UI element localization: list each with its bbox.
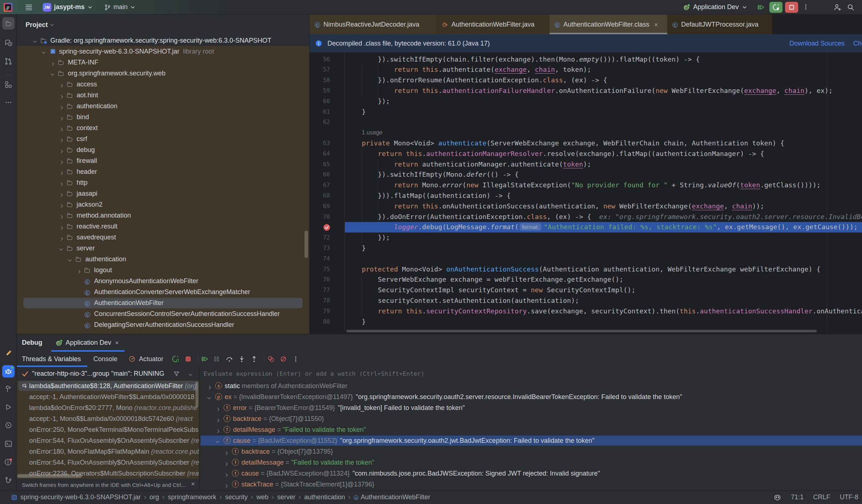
rerun-debug-button[interactable] (769, 2, 783, 13)
tree-chevron[interactable] (59, 92, 64, 100)
tree-item[interactable]: AuthenticationConverterServerWebExchange… (17, 286, 309, 297)
tool-build[interactable] (2, 383, 15, 395)
chevron-right-icon[interactable] (59, 215, 63, 219)
variable-chevron-icon[interactable] (216, 416, 220, 423)
step-into-icon[interactable] (238, 355, 246, 363)
close-session-icon[interactable]: × (115, 339, 119, 346)
tree-item[interactable]: org.springframework.security.web (17, 68, 309, 79)
chevron-down-icon[interactable] (50, 23, 54, 26)
tree-chevron[interactable] (59, 158, 64, 165)
tree-chevron[interactable] (59, 169, 64, 176)
copilot-status-button[interactable] (773, 493, 781, 501)
variable-chevron-icon[interactable] (216, 405, 220, 413)
tree-item[interactable]: context (17, 122, 309, 133)
chevron-right-icon[interactable] (59, 204, 63, 208)
pencil-tool-icon[interactable] (4, 349, 13, 358)
copilot-icon[interactable] (773, 493, 781, 501)
problems-icon[interactable] (4, 457, 13, 467)
tree-item[interactable]: header (17, 166, 309, 177)
project-panel-header[interactable]: Project (17, 15, 309, 35)
tree-item[interactable]: AuthenticationWebFilter (17, 297, 309, 308)
breadcrumb-item[interactable]: org (150, 493, 159, 501)
chevron-down-icon[interactable] (42, 50, 46, 54)
rerun-debug-icon[interactable] (171, 355, 179, 363)
resume-icon[interactable] (757, 4, 764, 11)
services-icon[interactable] (4, 421, 13, 430)
chevron-right-icon[interactable] (59, 150, 63, 153)
tab-console[interactable]: Console (93, 352, 117, 366)
variable-row[interactable]: fdetailMessage = "Failed to validate the… (199, 457, 862, 468)
chevron-down-icon[interactable] (51, 72, 54, 76)
step-over-button[interactable] (225, 355, 233, 363)
more-actions-button[interactable] (801, 2, 812, 13)
view-breakpoints-icon[interactable] (267, 355, 275, 363)
terminal-icon[interactable] (4, 439, 13, 448)
tool-git[interactable] (2, 474, 15, 487)
tree-chevron[interactable] (68, 256, 72, 264)
tree-item[interactable]: method.annotation (17, 210, 309, 221)
filter-frames-icon[interactable] (173, 370, 180, 378)
project-scrollbar[interactable] (304, 231, 308, 258)
tree-chevron[interactable] (77, 267, 81, 275)
tree-chevron[interactable] (33, 38, 37, 45)
tree-chevron[interactable] (59, 114, 64, 122)
chevron-right-icon[interactable] (224, 473, 228, 477)
tree-item[interactable]: authentication (17, 254, 309, 265)
stack-frame[interactable]: accept:-1, Mono$$Lambda/0x0000018dc5742e… (17, 413, 199, 424)
resume-toolbar-button[interactable] (200, 355, 208, 363)
variable-row[interactable]: fstackTrace = {StackTraceElement[1]@1379… (199, 479, 862, 490)
dismiss-hint-icon[interactable]: × (191, 480, 195, 488)
kebab-menu-icon[interactable] (292, 355, 299, 363)
tool-run[interactable] (2, 401, 15, 414)
step-into-button[interactable] (238, 355, 246, 363)
tree-chevron[interactable] (59, 136, 64, 144)
chevron-down-icon[interactable] (59, 247, 63, 251)
tree-chevron[interactable] (59, 180, 64, 187)
variable-row[interactable]: fcause = {BadJwtException@11552}"org.spr… (199, 435, 862, 446)
tool-copilot-chat[interactable]: ? (2, 36, 15, 49)
tree-chevron[interactable] (59, 81, 64, 89)
tree-item[interactable]: debug (17, 144, 309, 155)
pause-toolbar-button[interactable] (213, 355, 221, 363)
tree-item[interactable]: access (17, 79, 309, 90)
tree-chevron[interactable] (50, 70, 55, 78)
vcs-widget[interactable]: main (104, 3, 136, 11)
search-everywhere-button[interactable] (845, 2, 856, 13)
chevron-right-icon[interactable] (216, 419, 220, 422)
tree-item[interactable]: Gradle: org.springframework.security:spr… (17, 35, 309, 46)
stack-frame[interactable]: lambda$authenticate$8:128, Authenticatio… (17, 380, 199, 391)
stack-frame[interactable]: onError:180, MonoFlatMap$FlatMapMain (re… (17, 446, 199, 457)
code-viewport[interactable]: 56 }).switchIfEmpty(chain.filter(exchang… (310, 52, 862, 334)
debug-session-tab[interactable]: Application Dev× (51, 334, 123, 351)
chevron-right-icon[interactable] (59, 161, 63, 164)
stack-frame[interactable]: onError:544, FluxOnAssembly$OnAssemblySu… (17, 435, 199, 446)
breadcrumb-item[interactable]: server (277, 493, 295, 501)
stop-icon[interactable] (185, 355, 192, 363)
tree-chevron[interactable] (59, 223, 64, 231)
chevron-right-icon[interactable] (59, 194, 63, 197)
tree-item[interactable]: jaasapi (17, 188, 309, 199)
resume-icon[interactable] (201, 355, 208, 363)
chevron-right-icon[interactable] (51, 62, 54, 66)
tool-project[interactable] (2, 17, 15, 30)
chevron-down-icon[interactable] (216, 439, 220, 443)
tree-item[interactable]: csrf (17, 133, 309, 144)
tree-chevron[interactable] (42, 48, 46, 56)
view-breakpoints-button[interactable] (267, 355, 275, 363)
chevron-right-icon[interactable] (216, 430, 220, 433)
resume-button[interactable] (754, 1, 767, 13)
tool-debug[interactable] (2, 365, 15, 378)
tree-item[interactable]: firewall (17, 155, 309, 166)
tree-item[interactable]: authentication (17, 101, 309, 112)
stack-frame[interactable]: onError:250, MonoPeekTerminal$MonoTermin… (17, 424, 199, 435)
tree-item[interactable]: jackson2 (17, 199, 309, 210)
breakpoint-icon-wrap[interactable] (323, 223, 331, 231)
breakpoint-icon[interactable] (323, 223, 331, 231)
editor-tab[interactable]: NimbusReactiveJwtDecoder.java (310, 15, 436, 34)
tree-item[interactable]: bind (17, 112, 309, 122)
tree-item[interactable]: DelegatingServerAuthenticationSuccessHan… (17, 319, 309, 330)
search-icon[interactable] (846, 3, 855, 12)
variable-row[interactable]: pex = {InvalidBearerTokenException@11497… (199, 391, 862, 402)
file-encoding[interactable]: UTF-8 (840, 493, 858, 501)
chevron-right-icon[interactable] (59, 183, 63, 186)
